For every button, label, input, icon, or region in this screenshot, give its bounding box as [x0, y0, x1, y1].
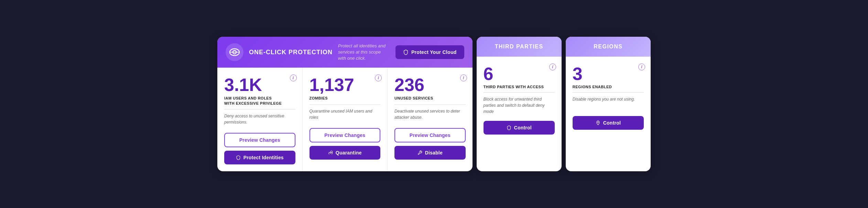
shield-icon [507, 125, 511, 130]
svg-point-4 [597, 122, 598, 123]
info-icon-third-parties[interactable]: i [549, 63, 556, 70]
regions-divider [573, 92, 644, 93]
services-preview-button[interactable]: Preview Changes [394, 128, 466, 142]
main-protection-card: ONE-CLICK PROTECTION Protect all identit… [217, 37, 473, 171]
regions-description: Disable regions you are not using. [573, 96, 644, 110]
main-card-subtitle: Protect all identities and services at t… [338, 43, 390, 62]
third-parties-description: Block access for unwanted third parties … [484, 96, 555, 115]
third-parties-control-button[interactable]: Control [484, 121, 555, 135]
third-parties-divider [484, 92, 555, 93]
services-panel: i 236 UNUSED SERVICES Deactivate unused … [388, 68, 473, 171]
pin-icon [596, 120, 600, 125]
regions-control-button[interactable]: Control [573, 116, 644, 130]
zombies-stat-label: ZOMBIES [310, 96, 381, 101]
logo-icon [226, 43, 243, 61]
third-parties-card: THIRD PARTIES i 6 THIRD PARTIES WITH ACC… [477, 37, 562, 171]
wrench-icon [417, 150, 422, 155]
services-divider [394, 104, 466, 105]
regions-card: REGIONS i 3 REGIONS ENABLED Disable regi… [566, 37, 651, 171]
services-stat-number: 236 [394, 76, 466, 94]
services-stat-label: UNUSED SERVICES [394, 96, 466, 101]
iam-stat-number: 3.1K [224, 76, 295, 94]
info-icon-zombies[interactable]: i [375, 74, 382, 81]
dashboard-wrapper: ONE-CLICK PROTECTION Protect all identit… [217, 37, 651, 171]
zombies-quarantine-button[interactable]: Quarantine [310, 146, 381, 160]
regions-content: i 3 REGIONS ENABLED Disable regions you … [566, 57, 651, 171]
shield-icon [403, 49, 409, 55]
iam-panel: i 3.1K IAM USERS AND ROLESWITH EXCESSIVE… [217, 68, 303, 171]
regions-label: REGIONS ENABLED [573, 85, 644, 89]
zombies-divider [310, 104, 381, 105]
shield-icon [236, 155, 241, 160]
third-parties-title: THIRD PARTIES [482, 44, 556, 50]
zombies-panel: i 1,137 ZOMBIES Quarantine unused IAM us… [303, 68, 388, 171]
zombies-description: Quarantine unused IAM users and roles [310, 108, 381, 122]
svg-point-3 [330, 152, 331, 153]
services-description: Deactivate unused services to deter atta… [394, 108, 466, 122]
biohazard-icon [328, 150, 333, 155]
protect-cloud-button[interactable]: Protect Your Cloud [395, 45, 464, 59]
services-disable-button[interactable]: Disable [394, 146, 466, 160]
iam-description: Deny access to unused sensitive permissi… [224, 113, 295, 127]
main-header: ONE-CLICK PROTECTION Protect all identit… [217, 37, 473, 68]
iam-stat-label: IAM USERS AND ROLESWITH EXCESSIVE PRIVIL… [224, 96, 295, 106]
info-icon-regions[interactable]: i [638, 63, 645, 70]
regions-header: REGIONS [566, 37, 651, 57]
regions-title: REGIONS [571, 44, 645, 50]
third-parties-content: i 6 THIRD PARTIES WITH ACCESS Block acce… [477, 57, 562, 171]
regions-number: 3 [573, 65, 644, 83]
iam-divider [224, 109, 295, 109]
third-parties-label: THIRD PARTIES WITH ACCESS [484, 85, 555, 89]
iam-protect-button[interactable]: Protect Identities [224, 151, 295, 164]
main-card-title: ONE-CLICK PROTECTION [249, 49, 333, 56]
iam-preview-button[interactable]: Preview Changes [224, 133, 295, 147]
main-content-area: i 3.1K IAM USERS AND ROLESWITH EXCESSIVE… [217, 68, 473, 171]
zombies-preview-button[interactable]: Preview Changes [310, 128, 381, 142]
info-icon-services[interactable]: i [460, 74, 467, 81]
info-icon-iam[interactable]: i [290, 74, 297, 81]
third-parties-header: THIRD PARTIES [477, 37, 562, 57]
third-parties-number: 6 [484, 65, 555, 83]
zombies-stat-number: 1,137 [310, 76, 381, 94]
